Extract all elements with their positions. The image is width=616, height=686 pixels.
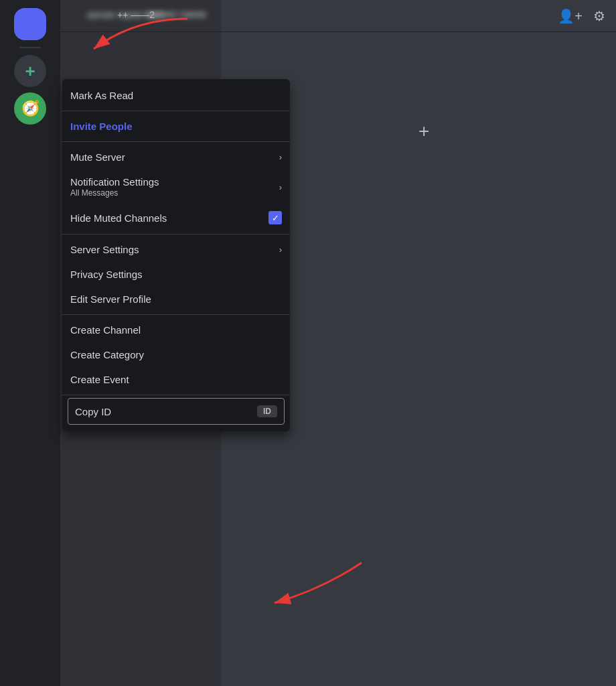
server-settings-chevron: › — [279, 245, 282, 255]
add-channel-icon[interactable]: + — [418, 121, 429, 142]
channel-header: server name — [60, 0, 221, 32]
sidebar-item-blue-server[interactable] — [14, 8, 46, 40]
menu-item-privacy-settings[interactable]: Privacy Settings — [62, 262, 290, 287]
copy-id-label: Copy ID — [75, 406, 111, 417]
edit-server-profile-label: Edit Server Profile — [70, 293, 151, 305]
menu-item-copy-id[interactable]: Copy ID ID — [68, 398, 285, 425]
notification-settings-sublabel: All Messages — [70, 188, 159, 198]
hide-muted-channels-label: Hide Muted Channels — [70, 212, 167, 224]
mute-server-label: Mute Server — [70, 151, 125, 163]
main-header: 👤+ ⚙ — [221, 0, 616, 32]
add-member-icon[interactable]: 👤+ — [558, 8, 583, 24]
privacy-settings-label: Privacy Settings — [70, 269, 143, 280]
invite-people-label: Invite People — [70, 121, 133, 132]
divider-after-edit-profile — [62, 314, 290, 315]
menu-item-notification-settings[interactable]: Notification Settings All Messages › — [62, 169, 290, 204]
sidebar-item-explore[interactable]: 🧭 — [14, 92, 46, 125]
settings-icon[interactable]: ⚙ — [593, 8, 605, 24]
hide-muted-channels-checkbox[interactable]: ✓ — [268, 211, 282, 224]
create-category-label: Create Category — [70, 349, 144, 360]
mark-as-read-label: Mark As Read — [70, 90, 133, 101]
menu-item-create-event[interactable]: Create Event — [62, 367, 290, 392]
divider-after-hide-muted — [62, 234, 290, 234]
menu-item-invite-people[interactable]: Invite People — [62, 114, 290, 139]
menu-item-hide-muted-channels[interactable]: Hide Muted Channels ✓ — [62, 204, 290, 231]
sidebar-divider — [19, 47, 41, 48]
menu-item-edit-server-profile[interactable]: Edit Server Profile — [62, 287, 290, 312]
sidebar: + 🧭 — [0, 0, 60, 686]
notification-settings-label: Notification Settings — [70, 176, 159, 188]
id-badge: ID — [257, 405, 277, 417]
notification-settings-group: Notification Settings All Messages — [70, 176, 159, 198]
divider-after-create-event — [62, 395, 290, 395]
divider-after-invite — [62, 141, 290, 142]
sidebar-item-add-server[interactable]: + — [14, 55, 46, 87]
menu-item-server-settings[interactable]: Server Settings › — [62, 237, 290, 262]
server-settings-label: Server Settings — [70, 244, 139, 255]
menu-item-mark-as-read[interactable]: Mark As Read — [62, 83, 290, 108]
create-event-label: Create Event — [70, 374, 129, 385]
create-channel-label: Create Channel — [70, 324, 141, 336]
mute-server-chevron: › — [279, 152, 282, 162]
menu-item-create-channel[interactable]: Create Channel — [62, 318, 290, 342]
menu-item-create-category[interactable]: Create Category — [62, 342, 290, 367]
context-menu: Mark As Read Invite People Mute Server ›… — [62, 79, 290, 431]
server-name-blurred: server name — [147, 8, 206, 19]
divider-after-mark-as-read — [62, 111, 290, 111]
menu-item-mute-server[interactable]: Mute Server › — [62, 145, 290, 169]
notification-settings-chevron: › — [279, 182, 282, 192]
